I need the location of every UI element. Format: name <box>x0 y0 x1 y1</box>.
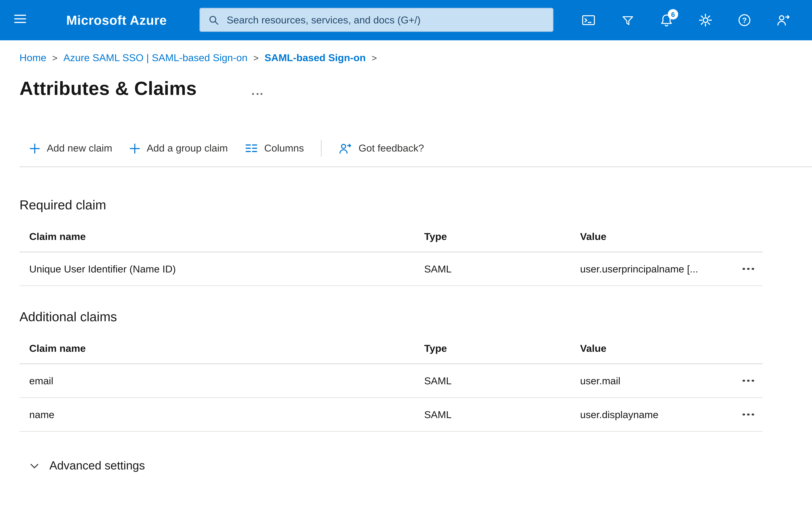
got-feedback-label: Got feedback? <box>358 142 424 154</box>
breadcrumb-app-sso[interactable]: Azure SAML SSO | SAML-based Sign-on <box>63 52 248 64</box>
columns-button[interactable]: Columns <box>245 142 304 154</box>
add-group-claim-label: Add a group claim <box>147 142 228 154</box>
search-input[interactable] <box>225 13 545 26</box>
row-more-options-icon[interactable] <box>740 409 757 420</box>
breadcrumb-separator: > <box>52 53 57 63</box>
column-header-type: Type <box>424 343 580 354</box>
directory-filter-button[interactable] <box>616 8 639 32</box>
claim-name-cell: Unique User Identifier (Name ID) <box>20 263 424 275</box>
advanced-settings-expander[interactable]: Advanced settings <box>29 459 763 473</box>
columns-icon <box>245 143 258 154</box>
page-title: Attributes & Claims <box>20 78 197 100</box>
plus-icon <box>29 143 40 154</box>
cloud-shell-button[interactable] <box>577 8 600 32</box>
search-icon <box>208 14 220 26</box>
column-header-claim-name: Claim name <box>20 231 424 243</box>
feedback-icon <box>776 13 790 27</box>
claim-value-cell: user.mail <box>580 375 734 386</box>
global-search[interactable] <box>199 8 553 32</box>
azure-portal-page: Microsoft Azure 6 <box>0 0 812 514</box>
claim-type-cell: SAML <box>424 375 580 386</box>
svg-text:?: ? <box>742 16 747 25</box>
breadcrumb: Home > Azure SAML SSO | SAML-based Sign-… <box>20 52 377 64</box>
columns-label: Columns <box>264 142 304 154</box>
claim-name-cell: email <box>20 375 424 386</box>
table-header-row: Claim name Type Value <box>20 222 763 252</box>
table-row[interactable]: name SAML user.displayname <box>20 398 763 432</box>
chevron-down-icon <box>29 461 40 471</box>
notifications-button[interactable]: 6 <box>655 8 678 32</box>
claim-value-cell: user.userprincipalname [... <box>580 263 734 275</box>
page-title-more-options-icon[interactable] <box>252 93 262 95</box>
table-row[interactable]: email SAML user.mail <box>20 364 763 398</box>
claim-type-cell: SAML <box>424 409 580 421</box>
filter-icon <box>621 13 634 27</box>
claim-value-cell: user.displayname <box>580 409 734 421</box>
feedback-button[interactable] <box>772 8 795 32</box>
claim-name-cell: name <box>20 409 424 421</box>
row-more-options-icon[interactable] <box>740 264 757 274</box>
hamburger-menu-icon <box>13 12 27 29</box>
cloud-shell-icon <box>581 13 596 27</box>
add-new-claim-label: Add new claim <box>47 142 112 154</box>
column-header-type: Type <box>424 231 580 243</box>
table-header-row: Claim name Type Value <box>20 333 763 364</box>
plus-icon <box>129 143 140 154</box>
breadcrumb-separator: > <box>253 53 259 63</box>
row-more-options-icon[interactable] <box>740 376 757 386</box>
breadcrumb-saml-signon[interactable]: SAML-based Sign-on <box>265 52 366 64</box>
add-group-claim-button[interactable]: Add a group claim <box>129 142 228 154</box>
table-row[interactable]: Unique User Identifier (Name ID) SAML us… <box>20 252 763 286</box>
column-header-value: Value <box>580 343 734 354</box>
breadcrumb-home[interactable]: Home <box>20 52 46 64</box>
column-header-claim-name: Claim name <box>20 343 424 354</box>
notification-badge: 6 <box>668 9 678 20</box>
required-claims-table: Claim name Type Value Unique User Identi… <box>20 222 763 286</box>
command-bar: Add new claim Add a group claim Columns … <box>29 137 424 160</box>
breadcrumb-separator: > <box>372 53 377 63</box>
advanced-settings-label: Advanced settings <box>49 459 145 473</box>
settings-button[interactable] <box>694 8 717 32</box>
toolbar-divider <box>321 140 322 157</box>
column-header-value: Value <box>580 231 734 243</box>
add-new-claim-button[interactable]: Add new claim <box>29 142 112 154</box>
viewport: Microsoft Azure 6 <box>0 0 812 514</box>
main-content: Required claim Claim name Type Value Uni… <box>20 166 763 473</box>
top-bar: Microsoft Azure 6 <box>0 0 812 40</box>
required-claim-heading: Required claim <box>20 198 763 213</box>
help-icon: ? <box>737 13 752 27</box>
topbar-icon-group: 6 ? <box>577 0 795 40</box>
claim-type-cell: SAML <box>424 263 580 275</box>
got-feedback-button[interactable]: Got feedback? <box>339 141 424 155</box>
product-title[interactable]: Microsoft Azure <box>66 13 167 28</box>
additional-claims-table: Claim name Type Value email SAML user.ma… <box>20 333 763 432</box>
gear-icon <box>698 13 713 27</box>
additional-claims-heading: Additional claims <box>20 309 763 324</box>
feedback-icon <box>339 141 352 155</box>
hamburger-menu-button[interactable] <box>0 0 40 40</box>
help-button[interactable]: ? <box>733 8 756 32</box>
